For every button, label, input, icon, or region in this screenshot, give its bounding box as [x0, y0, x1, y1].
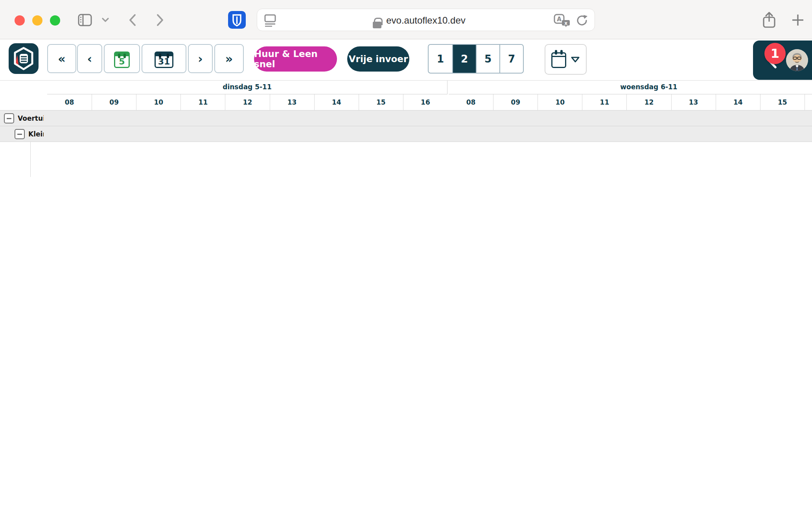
browser-chrome: evo.autoflex10.dev A x — [0, 0, 812, 39]
svg-text:x: x — [564, 20, 567, 26]
minimize-window-button[interactable] — [32, 15, 42, 26]
go-today-button[interactable]: 5 — [104, 44, 140, 73]
screen: evo.autoflex10.dev A x — [0, 0, 812, 521]
zoom-window-button[interactable] — [50, 15, 60, 26]
view-day-count-switch: 1257 — [428, 44, 524, 74]
translate-icon[interactable]: A x — [554, 14, 570, 27]
vrije-invoer-button[interactable]: Vrije invoer — [347, 46, 409, 72]
planner-grid: dinsdag 5-11080910111213141516woensdag 6… — [0, 81, 812, 521]
group-row: Voertuigen — [0, 110, 812, 126]
hour-header: 09 — [493, 94, 538, 110]
app-toolbar: « ‹ 5 31 › » Huur & Leen snel Vrije invo… — [0, 40, 812, 81]
svg-text:A: A — [557, 16, 562, 23]
bitwarden-extension-icon[interactable] — [228, 11, 246, 29]
back-button[interactable] — [128, 13, 137, 27]
view-option-2[interactable]: 2 — [452, 45, 476, 73]
reload-icon[interactable] — [576, 14, 588, 27]
go-first-button[interactable]: « — [47, 44, 76, 73]
sidebar-cell: Klein — [0, 126, 47, 142]
hour-header: 13 — [270, 94, 314, 110]
hour-header: 15 — [359, 94, 403, 110]
calendar-month-icon: 31 — [155, 52, 173, 68]
hour-header: 12 — [225, 94, 269, 110]
chevron-down-icon — [570, 55, 580, 63]
hour-header: 14 — [314, 94, 359, 110]
new-tab-icon[interactable] — [791, 13, 805, 27]
hour-header: 16 — [403, 94, 447, 110]
go-previous-button[interactable]: ‹ — [77, 44, 102, 73]
hour-header: 10 — [538, 94, 582, 110]
view-option-1[interactable]: 1 — [429, 45, 452, 73]
lock-icon — [373, 22, 381, 28]
calendar-day-icon: 5 — [114, 52, 130, 68]
day-header: woensdag 6-11 — [449, 81, 812, 94]
huur-leen-snel-button[interactable]: Huur & Leen snel — [254, 46, 337, 72]
collapse-toggle-icon[interactable] — [15, 129, 25, 139]
go-month-button[interactable]: 31 — [142, 44, 186, 73]
sidebar-cell: Voertuigen — [0, 110, 47, 126]
autoflex-logo[interactable] — [9, 43, 39, 74]
day-header: dinsdag 5-11 — [47, 81, 447, 94]
sidebar-menu-chevron-icon[interactable] — [101, 17, 109, 23]
user-avatar[interactable] — [786, 49, 808, 71]
vehicle-row — [0, 142, 812, 177]
hour-header: 14 — [716, 94, 760, 110]
view-option-5[interactable]: 5 — [476, 45, 499, 73]
sidebar-toggle-icon[interactable] — [78, 14, 92, 26]
forward-button[interactable] — [156, 13, 164, 27]
close-window-button[interactable] — [15, 15, 25, 26]
group-label: Voertuigen — [18, 110, 44, 126]
view-option-7[interactable]: 7 — [499, 45, 523, 73]
hour-header: 08 — [449, 94, 493, 110]
collapse-toggle-icon[interactable] — [4, 113, 14, 123]
hour-header: 13 — [671, 94, 716, 110]
notification-badge[interactable]: 1 — [764, 43, 786, 64]
go-last-button[interactable]: » — [214, 44, 244, 73]
hour-header: 09 — [92, 94, 136, 110]
address-bar[interactable]: evo.autoflex10.dev A x — [257, 9, 595, 31]
sidebar-cell — [0, 142, 47, 177]
share-icon[interactable] — [762, 11, 776, 29]
group-label: Klein — [28, 126, 44, 142]
group-row: Klein — [0, 126, 812, 142]
hour-header: 15 — [760, 94, 805, 110]
calendar-picker-button[interactable] — [545, 44, 587, 75]
hour-header: 12 — [626, 94, 671, 110]
hour-header: 08 — [47, 94, 92, 110]
url-text: evo.autoflex10.dev — [257, 9, 595, 31]
calendar-icon — [551, 52, 566, 68]
hour-header: 10 — [136, 94, 180, 110]
go-next-button[interactable]: › — [188, 44, 213, 73]
hour-header: 11 — [582, 94, 626, 110]
hour-header: 16 — [805, 94, 812, 110]
hour-header: 11 — [180, 94, 225, 110]
